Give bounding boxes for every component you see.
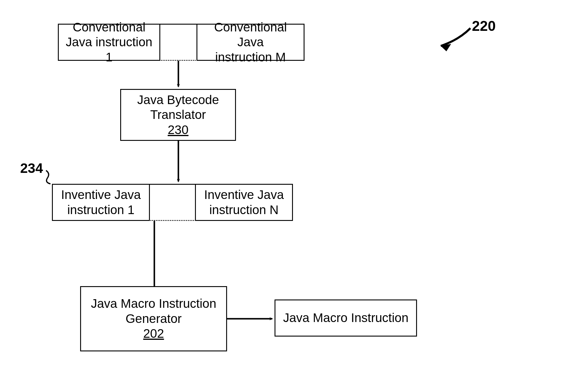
box-generator-ref: 202 [143,326,164,341]
callout-234: 234 [20,160,43,176]
box-inv1: Inventive Java instruction 1 [52,184,150,221]
box-invN-line2: instruction N [209,203,278,217]
box-generator-line1: Java Macro Instruction [91,296,216,311]
box-conv1-line1: Conventional [73,20,145,35]
box-translator: Java Bytecode Translator 230 [120,89,236,141]
diagram-canvas: 220 234 Conventional Java instruction 1 … [0,0,574,392]
box-invN: Inventive Java instruction N [195,184,293,221]
box-inv1-line2: instruction 1 [67,203,134,217]
box-inv1-line1: Inventive Java [61,187,141,202]
box-translator-ref: 230 [168,122,188,137]
box-conv1: Conventional Java instruction 1 [58,24,160,61]
gap-inv [149,184,196,221]
box-invN-line1: Inventive Java [204,187,284,202]
box-convM-line1: Conventional Java [200,20,301,50]
box-conv1-line2: Java instruction 1 [61,35,157,65]
gap-conv [159,24,197,61]
box-generator: Java Macro Instruction Generator 202 [80,286,227,351]
box-output: Java Macro Instruction [275,299,417,337]
box-translator-line2: Translator [150,107,206,122]
box-generator-line2: Generator [126,311,182,326]
box-convM-line2: instruction M [215,50,286,65]
box-translator-line1: Java Bytecode [137,93,219,107]
figure-label: 220 [472,18,496,34]
box-output-line1: Java Macro Instruction [283,310,409,325]
box-convM: Conventional Java instruction M [196,24,305,61]
